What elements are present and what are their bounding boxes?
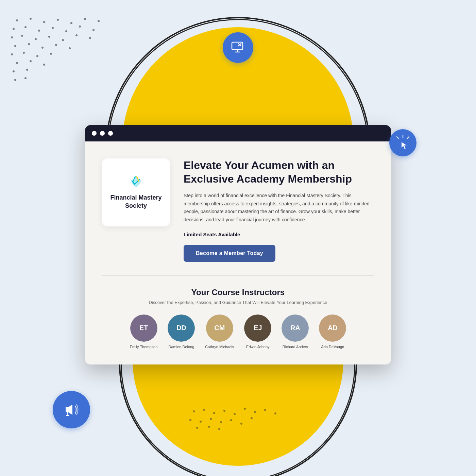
hero-title: Elevate Your Acumen with an Exclusive Ac… — [184, 158, 374, 186]
instructor-name: Damien Delong — [168, 344, 194, 349]
svg-point-43 — [254, 411, 256, 413]
svg-point-19 — [75, 34, 78, 36]
instructor-item: CMCathryn Michaels — [205, 314, 234, 349]
instructor-avatar: CM — [206, 314, 233, 342]
svg-point-45 — [274, 412, 276, 414]
svg-point-37 — [193, 410, 195, 412]
svg-point-6 — [98, 20, 100, 22]
instructor-avatar: ET — [130, 314, 157, 342]
megaphone-icon — [53, 391, 90, 428]
instructor-name: Cathryn Michaels — [205, 344, 234, 349]
cursor-icon — [389, 129, 417, 156]
svg-point-20 — [89, 37, 91, 39]
monitor-icon — [223, 32, 253, 63]
browser-titlebar — [85, 125, 391, 141]
svg-point-10 — [52, 27, 54, 29]
svg-point-0 — [16, 19, 18, 21]
svg-point-18 — [62, 39, 64, 41]
instructor-name: Edwin Johnny — [246, 344, 270, 349]
svg-point-23 — [41, 47, 44, 49]
become-member-button[interactable]: Become a Member Today — [184, 245, 275, 262]
svg-point-25 — [69, 47, 71, 49]
svg-point-49 — [220, 421, 222, 423]
hero-description: Step into a world of financial excellenc… — [184, 192, 374, 224]
svg-point-50 — [230, 419, 232, 421]
svg-rect-64 — [66, 407, 68, 412]
instructor-item: EJEdwin Johnny — [244, 314, 271, 349]
svg-point-33 — [13, 70, 15, 72]
svg-point-44 — [264, 409, 266, 411]
svg-point-8 — [24, 26, 27, 28]
svg-line-61 — [397, 137, 399, 139]
svg-point-31 — [30, 60, 32, 62]
svg-point-34 — [26, 69, 28, 71]
avatar-placeholder: AD — [319, 314, 346, 342]
browser-window: Financial Mastery Society Elevate Your A… — [85, 125, 391, 364]
logo-card: Financial Mastery Society — [102, 158, 170, 226]
instructor-item: DDDamien Delong — [168, 314, 195, 349]
svg-point-2 — [43, 21, 45, 23]
svg-point-12 — [79, 26, 81, 28]
instructor-name: Emily Thompson — [130, 344, 158, 349]
svg-point-4 — [70, 22, 72, 24]
instructors-subtitle: Discover the Expertise, Passion, and Gui… — [102, 300, 374, 305]
instructor-item: ADAria DeVaugn — [319, 314, 346, 349]
instructor-avatar: AD — [319, 314, 346, 342]
svg-point-13 — [92, 29, 95, 31]
svg-point-48 — [210, 418, 212, 420]
svg-point-40 — [223, 410, 225, 412]
instructors-title: Your Course Instructors — [102, 288, 374, 297]
svg-point-15 — [21, 35, 23, 37]
instructors-grid: ETEmily ThompsonDDDamien DelongCMCathryn… — [102, 314, 374, 349]
svg-point-53 — [196, 427, 198, 429]
browser-dot-1 — [92, 131, 97, 136]
svg-point-39 — [213, 412, 215, 414]
svg-point-22 — [28, 43, 30, 45]
dots-pattern-bottom — [187, 405, 289, 432]
svg-point-51 — [240, 423, 242, 425]
svg-point-36 — [24, 77, 27, 79]
svg-point-27 — [23, 52, 25, 54]
svg-point-54 — [208, 426, 210, 428]
svg-point-55 — [218, 428, 220, 430]
svg-point-42 — [244, 408, 246, 410]
browser-dot-2 — [100, 131, 105, 136]
dots-pattern-topleft — [10, 17, 105, 92]
instructor-name: Aria DeVaugn — [321, 344, 344, 349]
instructor-avatar: EJ — [244, 314, 271, 342]
svg-point-21 — [14, 45, 16, 47]
svg-point-38 — [203, 409, 205, 411]
browser-body: Financial Mastery Society Elevate Your A… — [85, 141, 391, 364]
avatar-placeholder: RA — [282, 314, 309, 342]
svg-point-5 — [84, 18, 86, 20]
instructor-avatar: RA — [282, 314, 309, 342]
svg-line-65 — [67, 412, 68, 415]
avatar-placeholder: CM — [206, 314, 233, 342]
svg-point-30 — [16, 62, 18, 64]
svg-point-3 — [57, 19, 59, 21]
limited-seats-text: Limited Seats Available — [184, 232, 374, 237]
svg-point-32 — [43, 64, 45, 66]
svg-point-52 — [251, 417, 253, 419]
svg-point-29 — [50, 53, 52, 55]
svg-point-17 — [48, 36, 50, 38]
svg-point-14 — [11, 36, 13, 38]
instructor-name: Richard Anders — [283, 344, 308, 349]
svg-point-28 — [36, 55, 38, 57]
avatar-placeholder: ET — [130, 314, 157, 342]
instructor-avatar: DD — [168, 314, 195, 342]
svg-point-16 — [35, 38, 37, 40]
avatar-placeholder: DD — [168, 314, 195, 342]
svg-point-24 — [55, 44, 57, 46]
instructor-item: ETEmily Thompson — [130, 314, 158, 349]
hero-content: Elevate Your Acumen with an Exclusive Ac… — [184, 158, 374, 262]
svg-point-1 — [30, 18, 32, 20]
svg-point-46 — [189, 419, 191, 421]
svg-point-47 — [200, 421, 202, 423]
svg-point-11 — [65, 30, 67, 32]
hero-section: Financial Mastery Society Elevate Your A… — [85, 141, 391, 275]
instructors-section: Your Course Instructors Discover the Exp… — [85, 276, 391, 364]
instructor-item: RARichard Anders — [282, 314, 309, 349]
svg-line-63 — [407, 137, 409, 139]
svg-point-41 — [234, 413, 236, 415]
